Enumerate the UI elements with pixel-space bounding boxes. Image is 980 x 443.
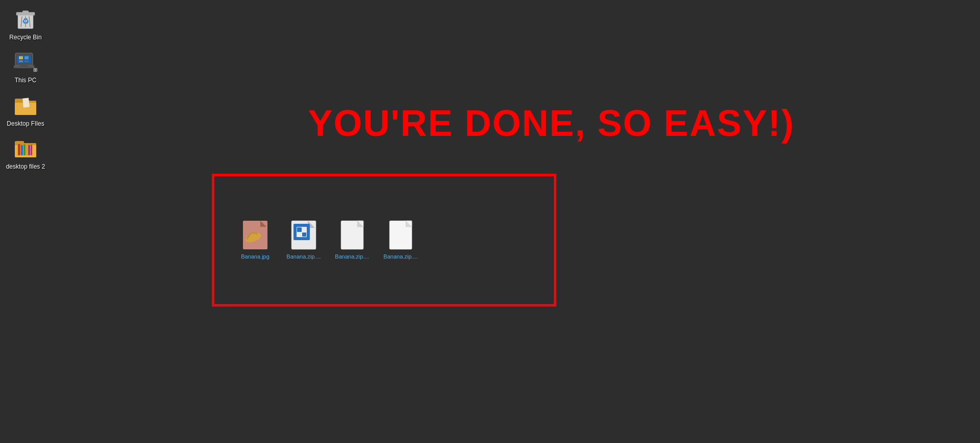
this-pc-label: This PC: [15, 77, 37, 84]
banana-zip-2-icon: [339, 220, 365, 250]
banana-zip-2-label: Banana.zip....: [335, 253, 369, 260]
banana-zip-1-label: Banana.zip....: [286, 253, 321, 260]
svg-rect-13: [24, 56, 29, 59]
svg-rect-27: [26, 144, 28, 155]
svg-rect-41: [302, 232, 306, 237]
desktop-files-svg: [14, 96, 37, 116]
recycle-bin-svg: ♻: [15, 8, 36, 31]
svg-rect-39: [302, 227, 306, 232]
banana-zip-1-icon: [290, 220, 317, 250]
svg-rect-26: [23, 145, 26, 155]
svg-rect-40: [297, 232, 302, 237]
banana-jpg-label: Banana.jpg: [241, 253, 270, 260]
this-pc-icon[interactable]: ⊞ This PC: [3, 48, 48, 86]
file-item-banana-zip-2[interactable]: Banana.zip....: [332, 220, 373, 260]
svg-rect-14: [19, 60, 23, 62]
banana-jpg-icon: [242, 220, 268, 250]
this-pc-svg: ⊞: [14, 52, 37, 73]
file-item-banana-zip-1[interactable]: Banana.zip....: [283, 220, 324, 260]
banana-zip-3-label: Banana.zip....: [383, 253, 418, 260]
desktop-files-2-label: desktop files 2: [6, 163, 45, 170]
big-message-text: You're done, so easy!): [148, 102, 954, 144]
svg-rect-20: [22, 98, 30, 107]
desktop-icons-area: ♻ Recycle Bin: [0, 0, 51, 178]
svg-rect-25: [21, 145, 23, 155]
svg-rect-38: [297, 227, 302, 232]
recycle-bin-label: Recycle Bin: [9, 34, 41, 41]
svg-text:⊞: ⊞: [33, 67, 37, 73]
desktop-files-label: Desktop FIles: [7, 120, 44, 127]
svg-rect-29: [31, 145, 32, 155]
file-box: Banana.jpg Banana.zip....: [212, 174, 556, 307]
svg-rect-15: [24, 60, 29, 62]
svg-rect-28: [28, 145, 30, 155]
desktop-files-2-svg: [14, 138, 37, 159]
desktop-files-icon[interactable]: Desktop FIles: [3, 91, 48, 129]
svg-rect-24: [18, 144, 20, 155]
svg-rect-11: [20, 65, 28, 66]
desktop-files-2-icon[interactable]: desktop files 2: [3, 134, 48, 172]
banana-zip-3-icon: [387, 220, 414, 250]
file-item-banana-zip-3[interactable]: Banana.zip....: [380, 220, 421, 260]
svg-rect-2: [22, 11, 29, 13]
file-item-banana-jpg[interactable]: Banana.jpg: [235, 220, 276, 260]
recycle-bin-icon[interactable]: ♻ Recycle Bin: [3, 5, 48, 43]
svg-rect-18: [15, 99, 24, 103]
svg-rect-12: [19, 56, 23, 59]
